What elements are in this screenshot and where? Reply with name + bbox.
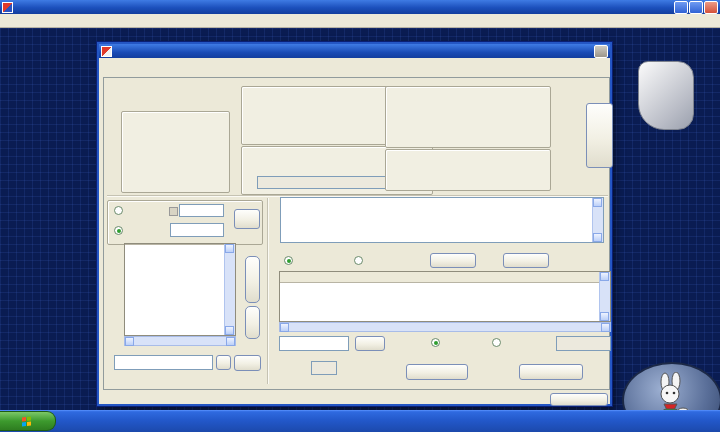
select-fields-group [385, 86, 551, 148]
scroll-up-icon[interactable] [600, 272, 609, 281]
phrase-table-header [280, 272, 599, 283]
test-button[interactable] [406, 364, 468, 380]
import-button[interactable] [234, 355, 261, 371]
app-titlebar [0, 0, 720, 14]
phrase-vscrollbar[interactable] [599, 272, 610, 321]
exit-button[interactable] [550, 393, 608, 406]
phrase-table[interactable] [279, 271, 611, 322]
preset-phrase-radio[interactable] [284, 256, 296, 265]
save-phrase-button[interactable] [503, 253, 549, 268]
send-list-header [125, 244, 224, 245]
screen [0, 0, 720, 432]
scroll-down-icon[interactable] [600, 312, 609, 321]
company-name-input[interactable] [179, 204, 224, 217]
instant-send-radio[interactable] [431, 338, 443, 347]
tab-page-enterprise-sms [103, 77, 610, 390]
phrase-search-input[interactable] [279, 336, 349, 351]
start-button[interactable] [0, 411, 56, 431]
radio-icon [431, 338, 440, 347]
import-path-input[interactable] [114, 355, 213, 370]
scroll-right-icon[interactable] [601, 323, 610, 332]
task-number-input [311, 361, 337, 375]
scroll-down-icon[interactable] [225, 326, 234, 335]
content-vscrollbar[interactable] [592, 198, 603, 242]
minimize-button[interactable] [674, 1, 688, 14]
send-button[interactable] [519, 364, 583, 380]
content-textarea[interactable] [280, 197, 604, 243]
scroll-left-icon[interactable] [125, 337, 134, 346]
send-list-table[interactable] [124, 243, 236, 336]
send-number-input[interactable] [170, 223, 224, 237]
close-button[interactable] [704, 1, 718, 14]
menubar [0, 14, 720, 28]
radio-icon [114, 226, 123, 235]
scroll-left-icon[interactable] [280, 323, 289, 332]
search-button[interactable] [355, 336, 385, 351]
send-list-hscrollbar[interactable] [124, 336, 236, 346]
taskbar [0, 410, 720, 432]
radio-icon [284, 256, 293, 265]
sms-dialog [97, 42, 612, 406]
scroll-down-icon[interactable] [593, 233, 602, 242]
send-number-radio[interactable] [114, 226, 126, 235]
target-group [107, 200, 263, 245]
content-text [281, 198, 592, 242]
confirm-button[interactable] [234, 209, 260, 229]
radio-icon [114, 206, 123, 215]
scroll-right-icon[interactable] [226, 337, 235, 346]
company-name-radio[interactable] [114, 206, 126, 215]
send-list-vscrollbar[interactable] [224, 244, 235, 335]
company-lock-checkbox[interactable] [169, 207, 178, 216]
load-phrase-button[interactable] [430, 253, 476, 268]
phrase-hscrollbar[interactable] [279, 322, 611, 332]
windows-logo-icon [22, 416, 31, 426]
browse-button[interactable] [216, 355, 231, 370]
scroll-up-icon[interactable] [225, 244, 234, 253]
status-group [385, 149, 551, 191]
dialog-close-icon[interactable] [594, 45, 608, 58]
radio-icon [354, 256, 363, 265]
send-type-group [121, 111, 230, 193]
send-time-input[interactable] [556, 336, 611, 351]
radio-icon [492, 338, 501, 347]
scroll-up-icon[interactable] [593, 198, 602, 207]
filter-send-numbers-button[interactable] [586, 103, 613, 168]
brand-logo [638, 61, 694, 130]
maximize-button[interactable] [689, 1, 703, 14]
custom-phrase-radio[interactable] [354, 256, 366, 265]
tab-strip [103, 60, 610, 78]
dialog-icon [101, 46, 112, 57]
system-tray [710, 412, 718, 430]
dialog-titlebar[interactable] [99, 44, 610, 58]
delete-button[interactable] [245, 256, 260, 303]
timed-send-radio[interactable] [492, 338, 504, 347]
app-icon [2, 2, 13, 13]
clear-button[interactable] [245, 306, 260, 339]
